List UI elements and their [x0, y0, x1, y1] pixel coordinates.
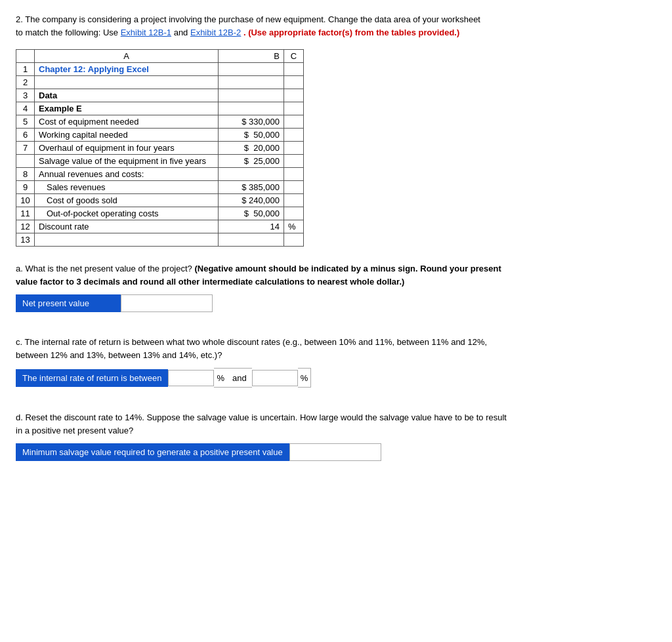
row4-col-c: [284, 102, 304, 115]
question-a-text: a. What is the net present value of the …: [16, 262, 514, 288]
table-row: 1 Chapter 12: Applying Excel: [16, 63, 304, 76]
question-d-text: d. Reset the discount rate to 14%. Suppo…: [16, 411, 514, 437]
percent1-symbol: %: [214, 368, 227, 388]
irr-input-lower[interactable]: [168, 370, 214, 386]
row6-col-b: $ 50,000: [219, 129, 284, 142]
row-num-7: 7: [16, 142, 35, 155]
col-a-header: A: [35, 50, 219, 63]
table-row: 9 Sales revenues $ 385,000: [16, 181, 304, 194]
row4-col-b: [219, 102, 284, 115]
row-num-12: 12: [16, 220, 35, 233]
row2-col-c: [284, 76, 304, 89]
row2-col-b: [219, 76, 284, 89]
intro-number: 2.: [16, 14, 23, 24]
net-present-value-label: Net present value: [16, 294, 121, 312]
row1-col-c: [284, 63, 304, 76]
table-row: 10 Cost of goods sold $ 240,000: [16, 194, 304, 207]
min-salvage-input[interactable]: [289, 443, 381, 461]
row1-col-b: [219, 63, 284, 76]
intro-bold-instruction: . (Use appropriate factor(s) from the ta…: [243, 28, 459, 37]
question-d-block: d. Reset the discount rate to 14%. Suppo…: [16, 411, 514, 461]
table-row: 8 Annual revenues and costs:: [16, 168, 304, 181]
row8-col-c: [284, 168, 304, 181]
row6-col-c: [284, 129, 304, 142]
question-c-label: c. The internal rate of return is betwee…: [16, 337, 487, 360]
table-row: Salvage value of the equipment in five y…: [16, 155, 304, 168]
row13-col-a: [35, 233, 219, 247]
question-d-label: d. Reset the discount rate to 14%. Suppo…: [16, 412, 507, 435]
question-c-text: c. The internal rate of return is betwee…: [16, 336, 514, 361]
question-a-answer-row: Net present value: [16, 294, 514, 312]
row-num-6: 6: [16, 129, 35, 142]
row13-col-c: [284, 233, 304, 247]
exhibit-12b2-link[interactable]: Exhibit 12B-2: [190, 28, 241, 37]
row78-col-a: Salvage value of the equipment in five y…: [35, 155, 219, 168]
row-num-78: [16, 155, 35, 168]
row13-col-b: [219, 233, 284, 247]
question-d-answer-row: Minimum salvage value required to genera…: [16, 443, 514, 461]
question-c-answer-row: The internal rate of return is between %…: [16, 368, 514, 388]
irr-input-upper[interactable]: [252, 370, 298, 386]
row10-col-a: Cost of goods sold: [35, 194, 219, 207]
row-num-11: 11: [16, 207, 35, 220]
table-row: 11 Out-of-pocket operating costs $ 50,00…: [16, 207, 304, 220]
row5-col-b: $ 330,000: [219, 115, 284, 129]
row-num-5: 5: [16, 115, 35, 129]
table-row: 3 Data: [16, 89, 304, 102]
row9-col-c: [284, 181, 304, 194]
row6-col-a: Working capital needed: [35, 129, 219, 142]
intro-paragraph: 2. The company is considering a project …: [16, 13, 488, 39]
row-num-9: 9: [16, 181, 35, 194]
table-row: 6 Working capital needed $ 50,000: [16, 129, 304, 142]
table-row: 2: [16, 76, 304, 89]
row78-col-b: $ 25,000: [219, 155, 284, 168]
row9-col-b: $ 385,000: [219, 181, 284, 194]
row78-col-c: [284, 155, 304, 168]
row3-col-a: Data: [35, 89, 219, 102]
table-row: 13: [16, 233, 304, 247]
table-row: 7 Overhaul of equipment in four years $ …: [16, 142, 304, 155]
row9-col-a: Sales revenues: [35, 181, 219, 194]
row1-col-a: Chapter 12: Applying Excel: [35, 63, 219, 76]
row-num-10: 10: [16, 194, 35, 207]
row-num-13: 13: [16, 233, 35, 247]
row10-col-c: [284, 194, 304, 207]
row-num-2: 2: [16, 76, 35, 89]
row-num-3: 3: [16, 89, 35, 102]
row11-col-a: Out-of-pocket operating costs: [35, 207, 219, 220]
exhibit-12b1-link[interactable]: Exhibit 12B-1: [121, 28, 171, 37]
row10-col-b: $ 240,000: [219, 194, 284, 207]
row3-col-c: [284, 89, 304, 102]
question-a-label: a. What is the net present value of the …: [16, 264, 194, 273]
corner-header: [16, 50, 35, 63]
row-num-4: 4: [16, 102, 35, 115]
row8-col-a: Annual revenues and costs:: [35, 168, 219, 181]
row11-col-b: $ 50,000: [219, 207, 284, 220]
table-row: 4 Example E: [16, 102, 304, 115]
row-num-1: 1: [16, 63, 35, 76]
irr-label: The internal rate of return is between: [16, 369, 168, 387]
row8-col-b: [219, 168, 284, 181]
row4-col-a: Example E: [35, 102, 219, 115]
row7-col-a: Overhaul of equipment in four years: [35, 142, 219, 155]
data-spreadsheet: A B C 1 Chapter 12: Applying Excel 2 3 D…: [16, 49, 304, 247]
row2-col-a: [35, 76, 219, 89]
net-present-value-input[interactable]: [121, 294, 213, 312]
percent2-symbol: %: [298, 368, 312, 388]
table-row: 12 Discount rate 14 %: [16, 220, 304, 233]
question-c-block: c. The internal rate of return is betwee…: [16, 336, 514, 388]
question-a-block: a. What is the net present value of the …: [16, 262, 514, 312]
row12-col-c: %: [284, 220, 304, 233]
row-num-8: 8: [16, 168, 35, 181]
row12-col-a: Discount rate: [35, 220, 219, 233]
table-row: 5 Cost of equipment needed $ 330,000: [16, 115, 304, 129]
row12-col-b: 14: [219, 220, 284, 233]
min-salvage-label: Minimum salvage value required to genera…: [16, 443, 289, 461]
row5-col-a: Cost of equipment needed: [35, 115, 219, 129]
row7-col-b: $ 20,000: [219, 142, 284, 155]
and-text: and: [227, 368, 252, 388]
row11-col-c: [284, 207, 304, 220]
row3-col-b: [219, 89, 284, 102]
col-c-header: C: [284, 50, 304, 63]
intro-text-mid: and: [174, 28, 190, 37]
